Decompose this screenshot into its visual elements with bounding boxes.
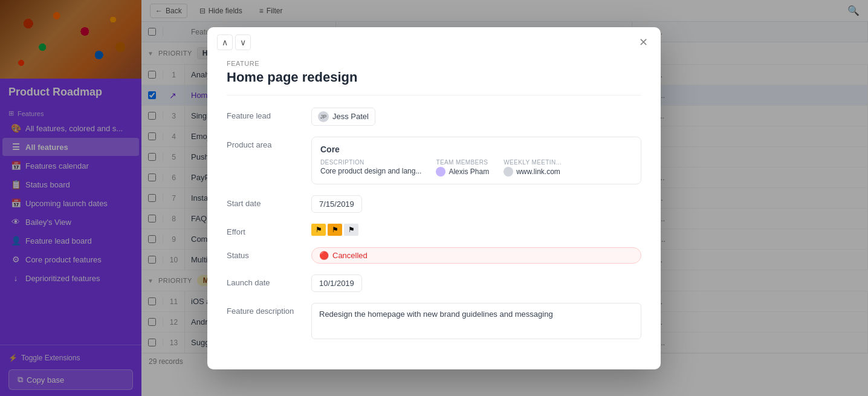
effort-flag-3: ⚑	[344, 224, 358, 236]
launch-date-value[interactable]: 10/1/2019	[311, 274, 362, 292]
field-label-launch-date: Launch date	[227, 274, 311, 287]
modal-close-button[interactable]: ✕	[635, 34, 651, 50]
field-label-feature-lead: Feature lead	[227, 108, 311, 120]
modal-nav-arrows: ∧ ∨	[217, 34, 251, 50]
modal-title: Home page redesign	[227, 70, 641, 96]
meta-weekly-meeting: WEEKLY MEETIN... www.link.com	[504, 159, 562, 177]
field-label-description: Feature description	[227, 303, 311, 316]
product-area-title: Core	[320, 144, 632, 154]
modal-overlay: ∧ ∨ ✕ Feature Home page redesign Feature…	[0, 0, 868, 396]
field-value-feature-lead: JP Jess Patel	[311, 108, 641, 126]
modal-category: Feature	[227, 60, 641, 67]
product-area-meta: DESCRIPTION Core product design and lang…	[320, 159, 632, 177]
start-date-value[interactable]: 7/15/2019	[311, 195, 362, 213]
feature-lead-name: Jess Patel	[332, 112, 369, 121]
modal-field-start-date: Start date 7/15/2019	[227, 195, 641, 213]
feature-lead-pill[interactable]: JP Jess Patel	[311, 108, 375, 126]
meta-team-label: TEAM MEMBERS	[436, 159, 489, 166]
modal-field-feature-lead: Feature lead JP Jess Patel	[227, 108, 641, 126]
field-label-start-date: Start date	[227, 195, 311, 208]
meta-desc-value: Core product design and lang...	[320, 167, 421, 175]
field-label-product-area: Product area	[227, 137, 311, 149]
meta-desc-label: DESCRIPTION	[320, 159, 421, 166]
meta-meeting-label: WEEKLY MEETIN...	[504, 159, 562, 166]
field-value-description: Redesign the homepage with new brand gui…	[311, 303, 641, 339]
meta-meeting-value: www.link.com	[504, 167, 562, 177]
meta-description: DESCRIPTION Core product design and lang…	[320, 159, 421, 177]
field-value-product-area: Core DESCRIPTION Core product design and…	[311, 137, 641, 184]
modal-field-product-area: Product area Core DESCRIPTION Core produ…	[227, 137, 641, 184]
effort-flags[interactable]: ⚑ ⚑ ⚑	[311, 224, 641, 236]
status-badge[interactable]: 🔴 Cancelled	[311, 247, 641, 264]
meta-team-members: TEAM MEMBERS Alexis Pham	[436, 159, 489, 177]
product-area-card[interactable]: Core DESCRIPTION Core product design and…	[311, 137, 641, 184]
status-icon: 🔴	[319, 251, 329, 260]
effort-flag-2: ⚑	[328, 224, 342, 236]
modal-field-description: Feature description Redesign the homepag…	[227, 303, 641, 339]
modal-next-button[interactable]: ∨	[235, 34, 251, 50]
meeting-link: www.link.com	[516, 167, 560, 176]
field-value-launch-date: 10/1/2019	[311, 274, 641, 292]
field-label-status: Status	[227, 247, 311, 260]
field-value-start-date: 7/15/2019	[311, 195, 641, 213]
feature-description-value[interactable]: Redesign the homepage with new brand gui…	[311, 303, 641, 339]
modal-detail: ∧ ∨ ✕ Feature Home page redesign Feature…	[207, 27, 661, 369]
modal-body: Feature Home page redesign Feature lead …	[207, 50, 661, 369]
modal-field-effort: Effort ⚑ ⚑ ⚑	[227, 224, 641, 236]
field-value-status: 🔴 Cancelled	[311, 247, 641, 264]
modal-nav: ∧ ∨ ✕	[207, 27, 661, 50]
modal-field-status: Status 🔴 Cancelled	[227, 247, 641, 264]
effort-flag-1: ⚑	[311, 224, 326, 236]
modal-field-launch-date: Launch date 10/1/2019	[227, 274, 641, 292]
team-member-avatar	[436, 167, 445, 177]
meeting-link-icon	[504, 167, 513, 177]
feature-lead-avatar: JP	[318, 111, 329, 122]
field-value-effort: ⚑ ⚑ ⚑	[311, 224, 641, 236]
modal-prev-button[interactable]: ∧	[217, 34, 233, 50]
field-label-effort: Effort	[227, 224, 311, 236]
meta-team-value: Alexis Pham	[436, 167, 489, 177]
status-text: Cancelled	[332, 251, 368, 260]
team-member-name: Alexis Pham	[449, 167, 489, 176]
